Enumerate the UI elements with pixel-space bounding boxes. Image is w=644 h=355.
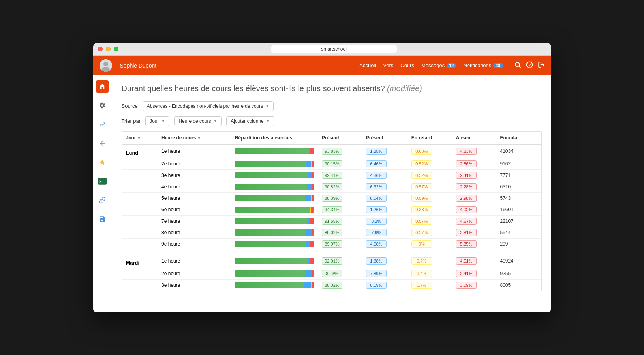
col-heure[interactable]: Heure de cours ▼: [158, 132, 231, 144]
bar-red: [312, 229, 314, 236]
cell-absent: 2.41%: [452, 268, 496, 279]
cell-absent: 2.86%: [452, 158, 496, 169]
bar-blue: [306, 241, 310, 247]
cell-retard: 0.57%: [407, 215, 452, 227]
col-present2: Présent...: [362, 132, 407, 144]
cell-encode: 5743: [496, 192, 541, 204]
cell-encode: 8005: [496, 279, 541, 291]
bar-red: [310, 148, 314, 154]
help-icon[interactable]: ?: [526, 61, 533, 69]
sort-jour-select[interactable]: Jour ▼: [145, 116, 169, 126]
sort-add-col-select[interactable]: Ajouter colonne ▼: [226, 116, 274, 126]
cell-day: [122, 215, 158, 227]
sort-heure-select[interactable]: Heure de cours ▼: [174, 116, 222, 126]
sidebar-analytics[interactable]: [96, 118, 109, 131]
absent-badge: 2.41%: [456, 270, 477, 277]
absent-badge: 5.35%: [456, 240, 477, 248]
present-badge: 93.83%: [322, 148, 342, 155]
cell-bar: [231, 169, 318, 181]
bar-blue: [306, 161, 311, 167]
source-select[interactable]: Absences - Encodages non-officiels par h…: [143, 101, 274, 111]
present-badge: 89.02%: [322, 229, 342, 236]
bar-red: [312, 172, 314, 178]
table-row: 7e heure91.55%3.2%0.57%4.67%22107: [122, 215, 541, 227]
present-badge: 90.15%: [322, 160, 342, 167]
user-name: Sophie Dupont: [120, 62, 157, 69]
present-badge: 88.02%: [322, 282, 342, 289]
cell-absent: 3.09%: [452, 279, 496, 291]
cell-absent: 2.41%: [452, 169, 496, 181]
mac-window: smartschool Sophie Dupont Accueil Vers C…: [93, 43, 551, 312]
nav-vers[interactable]: Vers: [383, 62, 393, 68]
sidebar-home[interactable]: [96, 80, 109, 93]
table-row: 6e heure94.34%1.26%0.38%4.02%16601: [122, 204, 541, 215]
source-select-arrow: ▼: [265, 104, 269, 108]
cell-present2: 4.86%: [362, 169, 407, 181]
sort-heure-arrow: ▼: [213, 119, 217, 123]
nav-icons: ?: [514, 61, 545, 69]
cell-encode: 5544: [496, 227, 541, 238]
retard-badge: 0.27%: [411, 229, 432, 236]
col-jour[interactable]: Jour ▼: [122, 132, 158, 144]
present2-badge: 7.9%: [366, 229, 387, 236]
title-bar-url: smartschool: [122, 45, 546, 53]
cell-present: 90.82%: [318, 181, 362, 192]
top-nav: Sophie Dupont Accueil Vers Cours Message…: [93, 56, 551, 75]
logout-icon[interactable]: [538, 61, 545, 69]
cell-absent: 5.35%: [452, 238, 496, 250]
cell-present2: 6.32%: [362, 181, 407, 192]
nav-notifications[interactable]: Notifications 18: [463, 62, 503, 68]
cell-bar: [231, 192, 318, 204]
cell-retard: 0.7%: [407, 279, 452, 291]
cell-encode: 7771: [496, 169, 541, 181]
close-button[interactable]: [98, 47, 103, 51]
sort-add-col-arrow: ▼: [266, 119, 270, 123]
cell-heure: 2e heure: [158, 268, 231, 279]
sidebar-favorites[interactable]: [96, 156, 109, 169]
sidebar-excel[interactable]: x: [96, 175, 109, 188]
table-row: 2e heure90.15%6.46%0.52%2.86%9162: [122, 158, 541, 169]
sidebar-link[interactable]: [96, 194, 109, 207]
retard-badge: 0.38%: [411, 206, 432, 213]
absent-badge: 3.09%: [456, 282, 477, 289]
search-icon[interactable]: [514, 61, 521, 69]
svg-text:x: x: [99, 178, 102, 183]
nav-accueil[interactable]: Accueil: [359, 62, 376, 68]
bar-blue: [307, 184, 312, 190]
bar-green: [235, 184, 307, 190]
col-repartition: Répartition des absences: [231, 132, 318, 144]
cell-day: [122, 227, 158, 238]
cell-present2: 6.46%: [362, 158, 407, 169]
minimize-button[interactable]: [106, 47, 111, 51]
present2-badge: 6.46%: [366, 160, 387, 167]
sidebar-save[interactable]: [96, 213, 109, 225]
cell-present2: 1.88%: [362, 254, 407, 268]
absent-badge: 4.51%: [456, 257, 477, 265]
sort-jour-arrow: ▼: [161, 119, 165, 123]
retard-badge: 0.68%: [411, 148, 432, 155]
bar-red: [312, 282, 314, 288]
retard-badge: 0.57%: [411, 183, 432, 190]
absent-badge: 4.02%: [456, 206, 477, 213]
table-row: 4e heure90.82%6.32%0.57%2.28%6310: [122, 181, 541, 192]
sidebar-settings[interactable]: [96, 99, 109, 112]
col-present: Présent: [318, 132, 362, 144]
bar-red: [311, 207, 314, 213]
bar-red: [312, 195, 314, 201]
sort-row: Trier par Jour ▼ Heure de cours ▼ Ajoute…: [122, 116, 542, 126]
nav-messages[interactable]: Messages 12: [421, 62, 456, 68]
cell-encode: 6310: [496, 181, 541, 192]
sidebar-back[interactable]: [96, 137, 109, 150]
title-bar: smartschool: [93, 43, 551, 56]
cell-retard: 0.4%: [407, 268, 452, 279]
nav-cours[interactable]: Cours: [400, 62, 414, 68]
cell-day: [122, 279, 158, 291]
cell-day: [122, 181, 158, 192]
maximize-button[interactable]: [114, 47, 118, 51]
present-badge: 89.3%: [322, 270, 342, 277]
cell-heure: 7e heure: [158, 215, 231, 227]
sidebar: x: [93, 75, 112, 312]
cell-heure: 3e heure: [158, 169, 231, 181]
bar-red: [310, 241, 314, 247]
cell-bar: [231, 158, 318, 169]
